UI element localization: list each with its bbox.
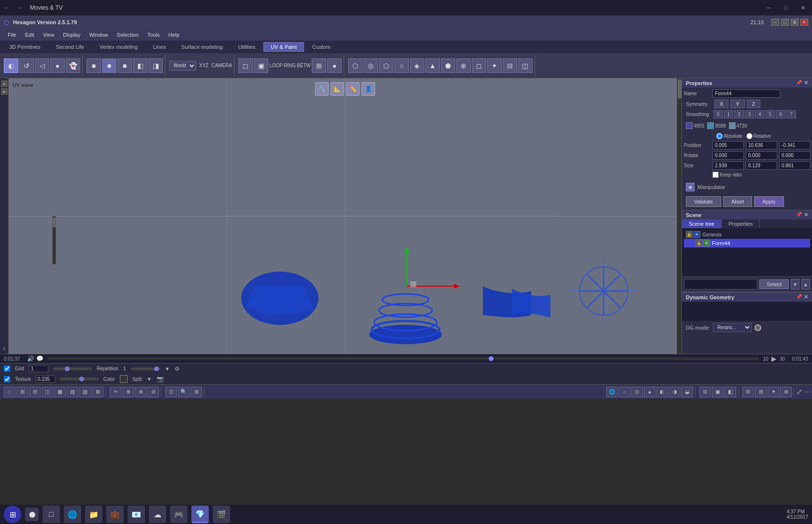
pos-z-input[interactable] [779, 141, 811, 149]
vscrollbar-right[interactable] [677, 78, 682, 354]
timeline-thumb[interactable] [489, 356, 493, 361]
cube-top-btn[interactable]: ■ [117, 58, 132, 73]
loop-icon-btn[interactable]: ⊞ [312, 58, 326, 73]
size-x-input[interactable] [712, 161, 744, 170]
os-maximize[interactable]: □ [781, 5, 790, 11]
b-render-3[interactable]: ◧ [725, 387, 736, 397]
taskbar-edge[interactable]: 🌐 [64, 506, 81, 523]
smooth-3[interactable]: 3 [745, 110, 754, 118]
smooth-4[interactable]: 4 [755, 110, 765, 118]
grid-checkbox[interactable] [4, 365, 10, 372]
keep-ratio-label[interactable]: Keep ratio [712, 172, 742, 178]
rep-thumb[interactable] [154, 366, 159, 371]
cube-right-btn[interactable]: ■ [102, 58, 116, 73]
texture-thumb[interactable] [79, 377, 84, 381]
play-btn[interactable]: ▶ [771, 355, 777, 363]
cube-front-btn[interactable]: ■ [87, 58, 101, 73]
shape2-btn[interactable]: ◎ [363, 58, 378, 73]
taskbar-cloud[interactable]: ☁ [149, 506, 166, 523]
scene-arrow-up[interactable]: ▲ [801, 279, 810, 290]
paint-btn[interactable]: ● [327, 58, 342, 73]
manipulator-icon[interactable]: ⊕ [686, 183, 695, 191]
tab-scene-tree[interactable]: Scene tree [682, 219, 722, 228]
rot-y-input[interactable] [746, 151, 777, 160]
tab-3d-primitives[interactable]: 3D Primitives [2, 42, 48, 52]
size-z-input[interactable] [779, 161, 811, 170]
texture-track[interactable] [60, 378, 99, 380]
texture-checkbox[interactable] [4, 376, 10, 382]
dg-close[interactable]: ✕ [804, 294, 808, 300]
left-icon-2[interactable]: ▸ [1, 88, 8, 95]
b-render-2[interactable]: ▣ [712, 387, 724, 397]
shape9-btn[interactable]: ◻ [472, 58, 486, 73]
properties-close[interactable]: ✕ [804, 80, 808, 86]
tab-second-life[interactable]: Second Life [49, 42, 91, 52]
b-misc-2[interactable]: ⊞ [755, 387, 767, 397]
b-misc-3[interactable]: ✦ [768, 387, 779, 397]
tab-scene-properties[interactable]: Properties [722, 219, 760, 228]
b-sphere5[interactable]: ◑ [669, 387, 681, 397]
color-swatch-3[interactable] [729, 122, 736, 129]
rep-expand[interactable]: ▼ [165, 366, 170, 372]
tab-lines[interactable]: Lines [146, 42, 173, 52]
genesis-vis-icon[interactable]: 👁 [694, 231, 700, 238]
b-zoom-in[interactable]: 🔍 [178, 387, 189, 397]
relative-radio[interactable] [746, 133, 753, 139]
viewport[interactable]: UV view 🔧 📐 ✏️ 👤 [9, 78, 682, 354]
tab-custom[interactable]: Custom [305, 42, 338, 52]
menu-edit[interactable]: Edit [21, 31, 38, 39]
b-select-5[interactable]: ▦ [54, 387, 66, 397]
rot-x-input[interactable] [712, 151, 744, 160]
split-expand[interactable]: ▼ [146, 376, 152, 382]
world-select[interactable]: World [169, 61, 196, 71]
b-globe[interactable]: 🌐 [606, 387, 618, 397]
win-maximize[interactable]: □ [781, 19, 789, 26]
expand-btn[interactable]: ⤢ [796, 387, 802, 396]
sym-x-btn[interactable]: X [714, 100, 728, 108]
menu-display[interactable]: Display [59, 31, 84, 39]
vscroll-thumb-right[interactable] [678, 79, 682, 99]
forward-btn[interactable]: → [17, 5, 22, 11]
rot-z-input[interactable] [779, 151, 811, 160]
prev-arrow[interactable]: ‹ [3, 344, 5, 352]
cube-iso2-btn[interactable]: ◨ [148, 58, 163, 73]
tab-uv-paint[interactable]: UV & Paint [263, 42, 304, 52]
scene-search-input[interactable] [684, 279, 757, 290]
b-misc-1[interactable]: ⚙ [742, 387, 754, 397]
menu-help[interactable]: Help [165, 31, 184, 39]
select-edge2-btn[interactable]: ▣ [254, 58, 268, 73]
b-render-1[interactable]: ⧉ [699, 387, 711, 397]
start-btn[interactable]: ⊞ [4, 506, 21, 523]
camera-icon-bottom[interactable]: 📷 [157, 376, 164, 382]
b-select-2[interactable]: ⊞ [16, 387, 28, 397]
rep-track[interactable] [131, 367, 160, 370]
shape7-btn[interactable]: ⬟ [441, 58, 455, 73]
smooth-0[interactable]: 0 [713, 110, 723, 118]
b-select-7[interactable]: ▨ [79, 387, 91, 397]
grid-thumb[interactable] [65, 366, 70, 371]
rotate-tool-btn[interactable]: ↺ [19, 58, 34, 73]
b-sphere2[interactable]: ◎ [631, 387, 643, 397]
b-edit-2[interactable]: ⊕ [122, 387, 134, 397]
grid-value[interactable] [29, 365, 48, 372]
b-select-4[interactable]: ◫ [42, 387, 53, 397]
shape6-btn[interactable]: ▲ [425, 58, 440, 73]
smooth-1[interactable]: 1 [724, 110, 734, 118]
keep-ratio-checkbox[interactable] [712, 172, 719, 178]
tab-utilities[interactable]: Utilities [231, 42, 262, 52]
b-sphere6[interactable]: ◒ [682, 387, 693, 397]
scene-close[interactable]: ✕ [804, 212, 808, 218]
b-select-8[interactable]: ⊠ [92, 387, 103, 397]
cube-iso1-btn[interactable]: ◧ [133, 58, 147, 73]
shape1-btn[interactable]: ⬡ [348, 58, 362, 73]
menu-window[interactable]: Window [85, 31, 112, 39]
chat-icon[interactable]: 💬 [36, 355, 44, 362]
scene-arrow-down[interactable]: ▼ [791, 279, 799, 290]
rep-settings[interactable]: ⚙ [174, 365, 180, 372]
form44-lock-icon[interactable]: 🔒 [696, 240, 702, 247]
validate-btn[interactable]: Validate [686, 196, 721, 207]
win-close[interactable]: ✕ [800, 19, 808, 26]
sym-z-btn[interactable]: Z [747, 100, 761, 108]
more-btn[interactable]: ⋯ [804, 389, 810, 395]
ghost-tool-btn[interactable]: 👻 [66, 58, 80, 73]
